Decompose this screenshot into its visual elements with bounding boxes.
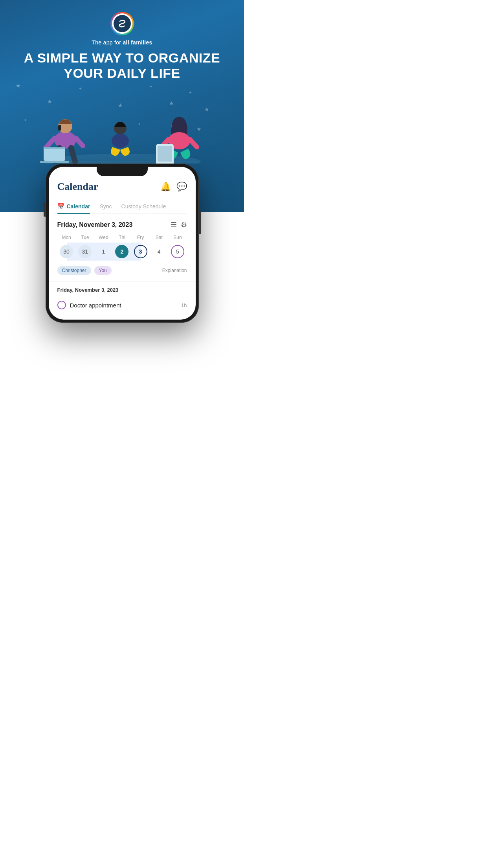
svg-rect-12 xyxy=(158,146,172,162)
explanation-link[interactable]: Explanation xyxy=(162,268,187,273)
day-sun: Sun xyxy=(168,235,187,240)
phone-mockup: Calendar 🔔 💬 📅 Calendar Sync xyxy=(46,164,199,323)
events-section: Friday, November 3, 2023 Doctor appointm… xyxy=(57,287,187,313)
chat-icon[interactable]: 💬 xyxy=(176,182,187,192)
phone-screen: Calendar 🔔 💬 📅 Calendar Sync xyxy=(49,167,196,320)
date-bubble-31: 31 xyxy=(78,245,92,258)
day-fry: Fry xyxy=(131,235,150,240)
app-title: Calendar xyxy=(57,181,98,193)
date-bubble-2: 2 xyxy=(115,245,128,258)
date-2[interactable]: 2 xyxy=(113,243,131,261)
legend-christopher: Christopher xyxy=(57,266,91,275)
day-tue: Tue xyxy=(76,235,94,240)
header-actions: 🔔 💬 xyxy=(160,182,187,192)
date-bubble-4: 4 xyxy=(152,245,166,258)
app-header: Calendar 🔔 💬 xyxy=(57,181,187,193)
bell-icon[interactable]: 🔔 xyxy=(160,182,171,192)
dates-row: 30 31 1 2 3 xyxy=(57,243,187,261)
date-bubble-1: 1 xyxy=(97,245,110,258)
custody-legend: Christopher You Explanation xyxy=(57,266,187,275)
svg-rect-3 xyxy=(44,147,65,161)
illustration xyxy=(0,85,244,164)
tab-sync-label: Sync xyxy=(99,203,112,210)
headline-line1: A SIMPLE WAY TO ORGANIZE xyxy=(24,50,220,65)
phones-row: Calendar 🔔 💬 📅 Calendar Sync xyxy=(0,164,244,323)
notch xyxy=(97,167,148,176)
page-wrapper: ★ ★ ✦ ★ ✦ ★ ✦ ★ ✦ ★ ✦ ★ The app for all … xyxy=(0,0,244,434)
tab-calendar-label: Calendar xyxy=(67,203,90,210)
tab-custody[interactable]: Custody Schedule xyxy=(121,200,166,213)
tab-sync[interactable]: Sync xyxy=(99,200,112,213)
section-divider xyxy=(49,281,196,281)
logo-letter xyxy=(114,15,131,32)
app-content: Calendar 🔔 💬 📅 Calendar Sync xyxy=(49,167,196,320)
date-header: Friday, November 3, 2023 ☰ ⚙ xyxy=(57,221,187,229)
date-1[interactable]: 1 xyxy=(94,243,113,261)
svg-rect-6 xyxy=(58,125,61,131)
date-3[interactable]: 3 xyxy=(131,243,150,261)
list-view-icon[interactable]: ☰ xyxy=(171,221,177,229)
date-actions: ☰ ⚙ xyxy=(171,221,187,229)
date-31[interactable]: 31 xyxy=(76,243,94,261)
tab-calendar[interactable]: 📅 Calendar xyxy=(57,200,90,213)
day-thi: Thi xyxy=(113,235,131,240)
date-bubble-3: 3 xyxy=(134,245,147,258)
headline-line2: YOUR DAILY LIFE xyxy=(64,66,180,81)
calendar-grid: Mon Tue Wed Thi Fry Sat Sun 30 xyxy=(57,235,187,261)
settings-icon[interactable]: ⚙ xyxy=(181,221,187,229)
app-logo xyxy=(110,12,134,35)
day-sat: Sat xyxy=(150,235,168,240)
event-item[interactable]: Doctor appointment 1h xyxy=(57,297,187,313)
calendar-tab-icon: 📅 xyxy=(57,203,65,210)
tagline: The app for all families xyxy=(92,39,152,46)
date-4[interactable]: 4 xyxy=(150,243,168,261)
top-header: The app for all families A SIMPLE WAY TO… xyxy=(0,0,244,81)
date-bubble-30: 30 xyxy=(60,245,73,258)
svg-point-8 xyxy=(112,134,129,148)
event-duration: 1h xyxy=(181,302,187,308)
headline: A SIMPLE WAY TO ORGANIZE YOUR DAILY LIFE xyxy=(16,50,228,81)
date-5[interactable]: 5 xyxy=(168,243,187,261)
tab-custody-label: Custody Schedule xyxy=(121,203,166,210)
day-mon: Mon xyxy=(57,235,76,240)
svg-rect-4 xyxy=(44,147,65,149)
date-30[interactable]: 30 xyxy=(57,243,76,261)
day-wed: Wed xyxy=(94,235,113,240)
tagline-text: The app for xyxy=(92,39,123,46)
tab-bar: 📅 Calendar Sync Custody Schedule xyxy=(57,200,187,213)
current-date: Friday, November 3, 2023 xyxy=(57,221,133,228)
legend-you: You xyxy=(94,266,112,275)
date-bubble-5: 5 xyxy=(171,245,184,258)
tagline-bold: all families xyxy=(123,39,152,46)
event-date-label: Friday, November 3, 2023 xyxy=(57,287,187,293)
event-color-dot xyxy=(57,301,66,309)
event-name: Doctor appointment xyxy=(70,302,178,309)
days-header: Mon Tue Wed Thi Fry Sat Sun xyxy=(57,235,187,240)
